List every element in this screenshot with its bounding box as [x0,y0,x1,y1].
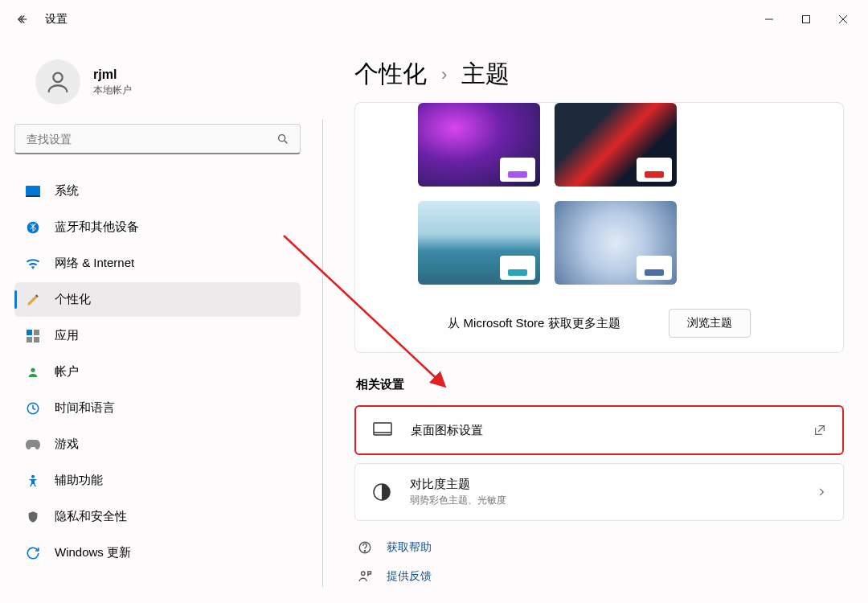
svg-point-16 [364,551,365,552]
setting-title: 桌面图标设置 [411,423,796,438]
back-button[interactable] [6,3,39,35]
store-link-text[interactable]: 从 Microsoft Store 获取更多主题 [448,316,620,331]
svg-rect-7 [34,330,39,335]
window-title: 设置 [45,12,68,27]
svg-point-10 [31,367,35,371]
nav-label: 游戏 [55,437,79,452]
sidebar: rjml 本地帐户 系统 蓝牙和其他设备 网络 & Internet [0,39,315,603]
theme-thumbnail[interactable] [555,103,677,187]
nav-item-apps[interactable]: 应用 [14,318,301,353]
account-type: 本地帐户 [93,84,132,97]
desktop-icon-settings-row[interactable]: 桌面图标设置 [354,405,844,455]
nav-label: 帐户 [55,364,79,379]
theme-actions: 从 Microsoft Store 获取更多主题 浏览主题 [375,304,824,338]
close-icon [838,14,848,24]
main-content: 个性化 › 主题 从 Microsoft Store 获取更多主题 浏览主题 相… [315,39,868,603]
arrow-left-icon [15,12,30,27]
theme-thumbnails [375,103,824,285]
footer-links: 获取帮助 提供反馈 [354,540,844,584]
nav: 系统 蓝牙和其他设备 网络 & Internet 个性化 应用 帐户 [14,174,301,570]
nav-item-bluetooth[interactable]: 蓝牙和其他设备 [14,210,301,244]
nav-label: Windows 更新 [55,545,131,560]
maximize-icon [801,14,811,24]
user-block[interactable]: rjml 本地帐户 [35,59,301,105]
svg-rect-8 [27,337,32,343]
minimize-button[interactable] [751,3,788,35]
svg-rect-6 [27,330,32,335]
nav-item-time-language[interactable]: 时间和语言 [14,391,301,425]
scroll-indicator [322,119,323,587]
nav-label: 蓝牙和其他设备 [55,219,139,235]
svg-rect-9 [34,337,39,343]
chevron-right-icon [816,486,827,498]
theme-card: 从 Microsoft Store 获取更多主题 浏览主题 [354,102,844,353]
svg-rect-0 [803,16,810,23]
wifi-icon [26,256,40,271]
gamepad-icon [26,437,40,452]
nav-item-accounts[interactable]: 帐户 [14,355,301,389]
nav-item-network[interactable]: 网络 & Internet [14,246,301,281]
update-icon [26,546,40,560]
feedback-link[interactable]: 提供反馈 [358,569,844,584]
nav-item-gaming[interactable]: 游戏 [14,427,301,461]
close-button[interactable] [825,3,862,35]
nav-item-windows-update[interactable]: Windows 更新 [14,535,301,570]
clock-globe-icon [26,401,40,416]
accessibility-icon [26,474,40,488]
related-settings-header: 相关设置 [356,377,844,392]
nav-label: 辅助功能 [55,473,103,488]
svg-rect-4 [26,195,40,197]
link-label: 提供反馈 [387,569,432,584]
title-bar: 设置 [0,0,868,39]
maximize-button[interactable] [788,3,825,35]
setting-subtitle: 弱势彩色主题、光敏度 [410,494,798,507]
nav-label: 网络 & Internet [55,256,134,271]
browse-themes-button[interactable]: 浏览主题 [669,309,751,338]
window-controls [751,3,862,35]
link-label: 获取帮助 [387,540,432,555]
monitor-icon [26,184,40,199]
search-box [14,124,301,154]
desktop-icon [372,420,393,441]
external-link-icon [813,424,826,437]
person-icon [26,365,40,379]
paintbrush-icon [26,293,40,307]
nav-label: 系统 [55,183,79,199]
avatar [35,59,80,105]
nav-item-system[interactable]: 系统 [14,174,301,208]
theme-thumbnail[interactable] [418,103,540,187]
breadcrumb-parent[interactable]: 个性化 [354,58,427,91]
nav-item-accessibility[interactable]: 辅助功能 [14,463,301,498]
apps-icon [26,329,40,343]
search-icon [276,133,289,146]
nav-item-privacy[interactable]: 隐私和安全性 [14,499,301,534]
username: rjml [93,68,132,82]
minimize-icon [764,14,774,24]
nav-label: 时间和语言 [55,400,115,416]
nav-label: 应用 [55,328,79,343]
theme-thumbnail[interactable] [555,201,677,285]
svg-point-12 [31,474,35,478]
svg-point-17 [362,572,366,576]
chevron-right-icon: › [441,64,447,85]
svg-point-1 [53,73,62,82]
setting-title: 对比度主题 [410,477,798,492]
breadcrumb: 个性化 › 主题 [354,58,844,91]
breadcrumb-current: 主题 [461,58,510,91]
svg-point-2 [279,135,285,142]
help-icon [358,540,372,555]
search-input[interactable] [14,124,301,154]
get-help-link[interactable]: 获取帮助 [358,540,844,555]
nav-item-personalization[interactable]: 个性化 [14,282,301,317]
nav-label: 个性化 [55,292,91,307]
feedback-icon [358,569,372,584]
nav-label: 隐私和安全性 [55,509,127,524]
user-icon [44,68,72,96]
bluetooth-icon [26,220,40,235]
user-info: rjml 本地帐户 [93,68,132,97]
contrast-themes-row[interactable]: 对比度主题 弱势彩色主题、光敏度 [354,463,844,521]
theme-thumbnail[interactable] [418,201,540,285]
svg-rect-3 [26,186,40,195]
contrast-icon [371,482,392,503]
shield-icon [26,510,40,524]
